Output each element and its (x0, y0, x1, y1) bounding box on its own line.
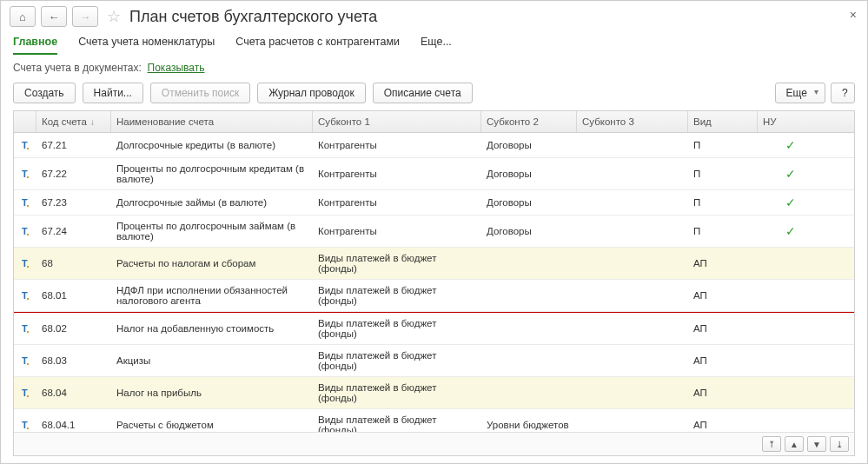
cell-name: Долгосрочные займы (в валюте) (111, 192, 313, 213)
cell-sub3 (577, 388, 688, 398)
cell-name: Расчеты с бюджетом (111, 414, 313, 432)
cell-sub3 (577, 226, 688, 236)
accounts-grid: Код счета↓ Наименование счета Субконто 1… (13, 110, 855, 456)
cell-nu: ✓ (758, 190, 824, 215)
tab-main[interactable]: Главное (13, 36, 57, 55)
cell-name: Расчеты по налогам и сборам (111, 253, 313, 274)
cell-code: 68.03 (36, 350, 111, 371)
table-row[interactable]: Т•67.21Долгосрочные кредиты (в валюте)Ко… (14, 133, 854, 158)
row-icon: Т• (14, 382, 36, 403)
row-icon: Т• (14, 350, 36, 371)
table-row[interactable]: Т•68.01НДФЛ при исполнении обязанностей … (14, 280, 854, 312)
help-button[interactable]: ? (831, 83, 855, 103)
table-row[interactable]: Т•67.24Проценты по долгосрочным займам (… (14, 215, 854, 248)
col-sub3[interactable]: Субконто 3 (577, 111, 688, 132)
table-row[interactable]: Т•68.03АкцизыВиды платежей в бюджет (фон… (14, 345, 854, 377)
scroll-bottom-button[interactable]: ⤓ (830, 436, 849, 452)
cell-sub2 (481, 355, 577, 366)
description-button[interactable]: Описание счета (373, 83, 473, 103)
cell-sub1: Контрагенты (313, 221, 481, 242)
cell-nu: ✓ (758, 133, 824, 157)
cell-sub1: Виды платежей в бюджет (фонды) (313, 248, 481, 279)
cell-sub1: Виды платежей в бюджет (фонды) (313, 377, 481, 408)
col-name[interactable]: Наименование счета (111, 111, 313, 132)
more-button[interactable]: Еще (775, 83, 825, 103)
cell-sub2: Договоры (481, 135, 577, 156)
sort-asc-icon: ↓ (90, 117, 95, 127)
table-row[interactable]: Т•67.22Проценты по долгосрочным кредитам… (14, 158, 854, 190)
cell-sub1: Контрагенты (313, 135, 481, 156)
docs-link[interactable]: Показывать (148, 62, 205, 74)
create-button[interactable]: Создать (13, 83, 76, 103)
cell-type: АП (688, 382, 758, 403)
cell-sub3 (577, 140, 688, 150)
forward-button: → (72, 6, 98, 27)
tab-more[interactable]: Еще... (421, 36, 452, 55)
row-icon: Т• (14, 253, 36, 274)
table-row[interactable]: Т•68.02Налог на добавленную стоимостьВид… (14, 313, 854, 345)
scroll-top-button[interactable]: ⤒ (762, 436, 781, 452)
col-code[interactable]: Код счета↓ (36, 111, 111, 132)
row-icon: Т• (14, 135, 36, 156)
cell-code: 68.01 (36, 285, 111, 306)
cell-sub3 (577, 197, 688, 208)
cell-sub2: Договоры (481, 163, 577, 184)
table-row[interactable]: Т•68Расчеты по налогам и сборамВиды плат… (14, 248, 854, 280)
cell-nu (758, 323, 824, 334)
cell-sub1: Контрагенты (313, 192, 481, 213)
cell-name: Долгосрочные кредиты (в валюте) (111, 135, 313, 156)
cell-code: 68.02 (36, 318, 111, 339)
home-button[interactable]: ⌂ (10, 6, 36, 27)
favorite-star-icon[interactable]: ☆ (107, 7, 121, 26)
cell-type: П (688, 163, 758, 184)
col-type[interactable]: Вид (688, 111, 758, 132)
close-button[interactable]: × (850, 8, 857, 22)
row-icon: Т• (14, 192, 36, 213)
cell-sub3 (577, 420, 688, 430)
page-title: План счетов бухгалтерского учета (129, 8, 377, 26)
tab-counterparties[interactable]: Счета расчетов с контрагентами (235, 36, 400, 55)
find-button[interactable]: Найти... (83, 83, 143, 103)
cancel-find-button: Отменить поиск (150, 83, 250, 103)
cell-name: Налог на добавленную стоимость (111, 318, 313, 339)
cell-sub2: Договоры (481, 221, 577, 242)
cell-code: 67.24 (36, 221, 111, 242)
cell-code: 68.04.1 (36, 414, 111, 432)
row-icon: Т• (14, 285, 36, 306)
cell-nu (758, 355, 824, 366)
table-row[interactable]: Т•67.23Долгосрочные займы (в валюте)Конт… (14, 190, 854, 215)
cell-type: АП (688, 318, 758, 339)
row-icon: Т• (14, 318, 36, 339)
cell-sub2 (481, 388, 577, 398)
cell-nu (758, 258, 824, 268)
tab-bar: Главное Счета учета номенклатуры Счета р… (1, 30, 867, 55)
scroll-up-button[interactable]: ▲ (785, 436, 804, 452)
cell-sub3 (577, 290, 688, 301)
cell-sub3 (577, 169, 688, 179)
cell-nu (758, 420, 824, 430)
cell-code: 67.21 (36, 135, 111, 156)
col-sub1[interactable]: Субконто 1 (313, 111, 481, 132)
cell-name: Налог на прибыль (111, 382, 313, 403)
cell-type: П (688, 135, 758, 156)
scroll-down-button[interactable]: ▼ (807, 436, 826, 452)
cell-code: 67.23 (36, 192, 111, 213)
cell-sub2: Договоры (481, 192, 577, 213)
journal-button[interactable]: Журнал проводок (257, 83, 366, 103)
cell-sub2 (481, 258, 577, 268)
back-button[interactable]: ← (41, 6, 67, 27)
cell-sub3 (577, 258, 688, 268)
tab-nomenclature[interactable]: Счета учета номенклатуры (78, 36, 215, 55)
docs-label: Счета учета в документах: (13, 62, 142, 74)
row-icon: Т• (14, 221, 36, 242)
cell-sub3 (577, 323, 688, 334)
table-row[interactable]: Т•68.04.1Расчеты с бюджетомВиды платежей… (14, 409, 854, 432)
table-row[interactable]: Т•68.04Налог на прибыльВиды платежей в б… (14, 377, 854, 409)
cell-type: АП (688, 285, 758, 306)
cell-nu: ✓ (758, 162, 824, 186)
cell-type: П (688, 221, 758, 242)
col-nu[interactable]: НУ (758, 111, 824, 132)
col-sub2[interactable]: Субконто 2 (481, 111, 577, 132)
cell-code: 68.04 (36, 382, 111, 403)
cell-nu (758, 290, 824, 301)
